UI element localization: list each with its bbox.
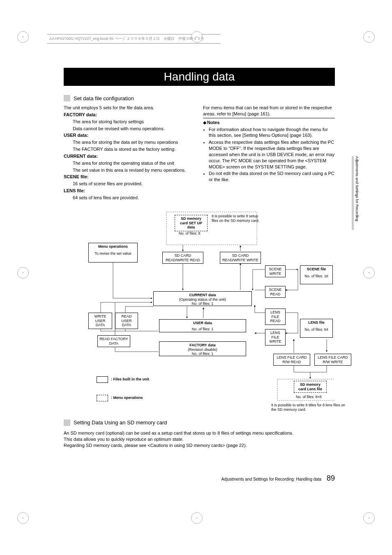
legend-solid-icon bbox=[97, 376, 108, 383]
current-title: CURRENT data bbox=[189, 293, 216, 297]
sd-lens-n: No. of files: 8×8 bbox=[296, 395, 322, 399]
sd-rw-write: SD CARD READ/WRITE WRITE bbox=[220, 252, 261, 264]
menu-ops-title: Menu operations bbox=[90, 244, 136, 249]
def-desc: The area for storing factory settings bbox=[64, 119, 196, 125]
read-factory-data: READ FACTORY DATA bbox=[97, 335, 130, 348]
left-column: The unit employs 5 sets for the file dat… bbox=[64, 105, 196, 202]
register-mark bbox=[363, 31, 375, 43]
read-user-data: READ USER DATA bbox=[115, 313, 138, 329]
sd-lens-box: SD memory card Lens file bbox=[294, 381, 327, 393]
register-mark bbox=[17, 267, 29, 279]
register-mark bbox=[17, 31, 29, 43]
factory-title: FACTORY data bbox=[189, 343, 215, 347]
side-tab: Adjustments and Settings for Recording bbox=[352, 156, 356, 230]
register-mark bbox=[17, 512, 29, 524]
sd-setup-note: It is possible to write 8 setup files on… bbox=[212, 214, 261, 223]
legend-dashed-icon bbox=[97, 395, 108, 401]
section-heading: Setting Data Using an SD memory card bbox=[64, 419, 335, 426]
intro-text: The unit employs 5 sets for the file dat… bbox=[64, 105, 196, 111]
user-data-box: USER data No. of files: 1 bbox=[159, 319, 246, 332]
footer-chapter: Adjustments and Settings for Recording: bbox=[221, 477, 295, 481]
footer-page-title: Handling data bbox=[296, 477, 321, 481]
factory-data-box: FACTORY data (Revision disable) No. of f… bbox=[159, 341, 246, 356]
current-data-box: CURRENT data (Operating status of the un… bbox=[153, 291, 252, 306]
def-term: LENS file: bbox=[64, 188, 196, 194]
legend-solid-label: : Files built in the unit bbox=[111, 377, 149, 381]
section-title: Setting Data Using an SD memory card bbox=[74, 419, 167, 426]
user-n: No. of files: 1 bbox=[161, 327, 244, 332]
lens-card-read: LENS FILE CARD R/W READ bbox=[273, 354, 310, 366]
lens-file-n: No. of files: 64 bbox=[302, 327, 331, 332]
lens-file-box: LENS file No. of files: 64 bbox=[300, 319, 333, 338]
current-n: No. of files: 1 bbox=[155, 302, 250, 306]
lens-card-write: LENS FILE CARD R/W WRITE bbox=[314, 354, 351, 366]
section-bullet-icon bbox=[64, 95, 70, 101]
def-desc: The area for storing the operating statu… bbox=[64, 160, 196, 166]
scene-file-n: No. of files: 16 bbox=[302, 274, 331, 279]
sd-setup-nfiles: No. of files: 8 bbox=[179, 231, 201, 236]
section-title: Set data file configuration bbox=[74, 95, 134, 101]
data-flow-diagram: SD memory card SET UP data It is possibl… bbox=[64, 210, 335, 415]
menu-ops-box: Menu operations To revise the set value bbox=[88, 243, 138, 263]
register-mark bbox=[363, 512, 375, 524]
def-desc: The set value in this area is revised by… bbox=[64, 167, 196, 173]
def-desc: The FACTORY data is stored as the factor… bbox=[64, 146, 196, 152]
factory-n: No. of files: 1 bbox=[161, 352, 244, 356]
sd-lens-note: It is possible to write 8 titles for 8 l… bbox=[271, 403, 349, 412]
page-number: 89 bbox=[327, 474, 335, 482]
section-bullet-icon bbox=[64, 419, 70, 426]
register-mark bbox=[363, 267, 375, 279]
write-user-data: WRITE USER DATA bbox=[88, 313, 112, 329]
section2-body: An SD memory card (optional) can be used… bbox=[64, 430, 335, 449]
scene-read: SCENE READ bbox=[265, 286, 286, 298]
body-line: An SD memory card (optional) can be used… bbox=[64, 430, 335, 436]
current-sub: (Operating status of the unit) bbox=[155, 297, 250, 302]
right-column: For menu items that can be read from or … bbox=[203, 105, 335, 202]
register-mark bbox=[191, 512, 203, 524]
def-desc: 16 sets of scene files are provided. bbox=[64, 181, 196, 187]
legend-dashed-label: : Menu operations bbox=[111, 396, 143, 400]
def-desc: Data cannot be revised with menu operati… bbox=[64, 126, 196, 132]
scene-file-title: SCENE file bbox=[302, 267, 331, 272]
section-heading: Set data file configuration bbox=[64, 95, 335, 101]
sd-rw-read: SD CARD READ/WRITE READ bbox=[162, 252, 203, 264]
user-title: USER data bbox=[161, 321, 244, 325]
def-term: CURRENT data: bbox=[64, 153, 196, 159]
right-intro: For menu items that can be read from or … bbox=[203, 105, 335, 117]
note-item: Do not edit the data stored on the SD me… bbox=[209, 170, 335, 183]
side-tab-label: Adjustments and Settings for Recording bbox=[355, 156, 359, 221]
note-item: For information about how to navigate th… bbox=[209, 127, 335, 139]
menu-ops-sub: To revise the set value bbox=[90, 251, 136, 256]
note-item: Access the respective data settings file… bbox=[209, 139, 335, 170]
def-desc: 64 sets of lens files are provided. bbox=[64, 195, 196, 201]
scene-file-box: SCENE file No. of files: 16 bbox=[300, 265, 333, 284]
lens-read: LENS FILE READ bbox=[265, 309, 286, 325]
sd-setup-box: SD memory card SET UP data bbox=[175, 215, 208, 231]
factory-sub: (Revision disable) bbox=[161, 348, 244, 352]
def-term: FACTORY data: bbox=[64, 112, 196, 118]
page-footer: Adjustments and Settings for Recording: … bbox=[64, 474, 335, 483]
def-term: SCENE file: bbox=[64, 174, 196, 180]
body-line: This data allows you to quickly reproduc… bbox=[64, 436, 335, 442]
def-desc: The area for storing the data set by men… bbox=[64, 139, 196, 145]
print-header-note: AJ-HPX2700G-VQT1V27_eng.book 89 ページ ２００８… bbox=[49, 36, 204, 41]
lens-write: LENS FILE WRITE bbox=[265, 329, 286, 345]
body-line: Regarding SD memory cards, please see <C… bbox=[64, 442, 335, 449]
lens-file-title: LENS file bbox=[302, 320, 331, 325]
scene-write: SCENE WRITE bbox=[265, 265, 286, 278]
notes-heading: Notes bbox=[203, 118, 335, 126]
page-title: Handling data bbox=[64, 68, 335, 86]
def-term: USER data: bbox=[64, 132, 196, 138]
